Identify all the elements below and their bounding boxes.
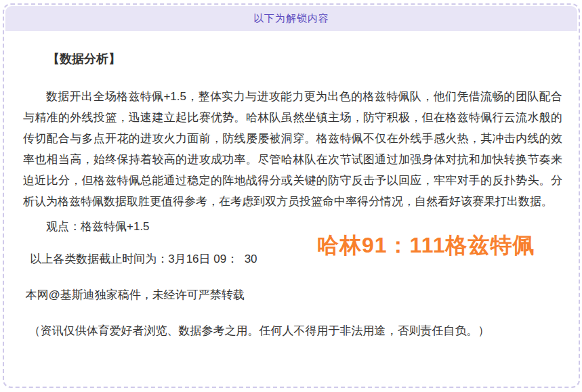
copyright-line: 本网@基斯迪独家稿件，未经许可严禁转载 — [23, 287, 562, 303]
analysis-paragraph: 数据开出全场格兹特佩+1.5，整体实力与进攻能力更为出色的格兹特佩队，他们凭借流… — [23, 86, 562, 212]
data-cutoff-line: 以上各类数据截止时间为：3月16日 09： 30 — [23, 251, 562, 267]
section-title: 【数据分析】 — [23, 50, 562, 68]
unlocked-content-panel: 以下为解锁内容 【数据分析】 数据开出全场格兹特佩+1.5，整体实力与进攻能力更… — [3, 3, 580, 388]
unlock-banner: 以下为解锁内容 — [5, 6, 577, 31]
viewpoint-line: 观点：格兹特佩+1.5 — [23, 219, 562, 235]
article-body: 【数据分析】 数据开出全场格兹特佩+1.5，整体实力与进攻能力更为出色的格兹特佩… — [4, 50, 579, 339]
page: 以下为解锁内容 【数据分析】 数据开出全场格兹特佩+1.5，整体实力与进攻能力更… — [0, 0, 582, 392]
unlock-banner-label: 以下为解锁内容 — [253, 12, 329, 25]
disclaimer-line: （资讯仅供体育爱好者浏览、数据参考之用。任何人不得用于非法用途，否则责任自负。） — [23, 323, 562, 339]
